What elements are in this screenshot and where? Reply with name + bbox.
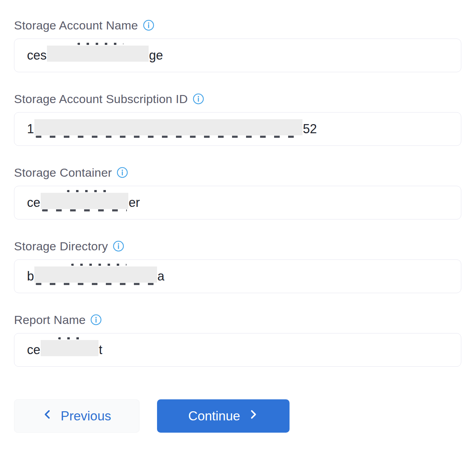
info-icon[interactable]: [112, 240, 125, 252]
continue-button[interactable]: Continue: [157, 399, 290, 433]
input-value-suffix: 52: [303, 122, 317, 136]
field-storage-account-name: Storage Account Name cesge: [14, 18, 462, 72]
field-label-row: Storage Container: [14, 165, 462, 180]
chevron-left-icon: [42, 408, 53, 424]
field-label: Storage Directory: [14, 239, 108, 253]
input-value-suffix: ge: [149, 48, 163, 63]
previous-button-label: Previous: [61, 409, 111, 424]
redaction-bar: [34, 119, 302, 135]
redaction-bar: [47, 46, 149, 62]
input-value-prefix: 1: [27, 122, 34, 136]
field-storage-container: Storage Container ceer: [14, 165, 462, 219]
input-value-prefix: ce: [27, 195, 40, 210]
field-report-name: Report Name cet: [14, 313, 462, 367]
info-icon[interactable]: [192, 93, 205, 105]
report-name-input[interactable]: cet: [14, 333, 461, 367]
redaction-bar: [41, 193, 128, 209]
storage-directory-input[interactable]: ba: [14, 259, 461, 293]
chevron-right-icon: [248, 408, 258, 424]
field-label: Report Name: [14, 313, 86, 327]
field-storage-account-subscription-id: Storage Account Subscription ID 152: [14, 92, 462, 146]
input-value-suffix: t: [99, 343, 102, 357]
field-label-row: Report Name: [14, 313, 462, 327]
field-label: Storage Account Name: [14, 18, 138, 32]
input-value-suffix: er: [129, 195, 140, 210]
storage-account-subscription-id-input[interactable]: 152: [14, 112, 461, 146]
field-label-row: Storage Directory: [14, 239, 462, 253]
input-value-prefix: b: [27, 269, 34, 284]
info-icon[interactable]: [142, 19, 155, 32]
info-icon[interactable]: [116, 166, 129, 179]
field-label-row: Storage Account Name: [14, 18, 462, 32]
info-icon[interactable]: [90, 313, 102, 326]
redaction-bar: [34, 266, 157, 283]
input-value-suffix: a: [157, 269, 164, 284]
form-navigation-buttons: Previous Continue: [14, 399, 462, 433]
input-value-prefix: ce: [27, 343, 40, 357]
previous-button[interactable]: Previous: [14, 399, 140, 433]
input-value-prefix: ces: [27, 48, 47, 63]
field-label: Storage Container: [14, 165, 112, 180]
field-label-row: Storage Account Subscription ID: [14, 92, 462, 106]
field-label: Storage Account Subscription ID: [14, 92, 188, 106]
storage-account-name-input[interactable]: cesge: [14, 39, 461, 72]
continue-button-label: Continue: [188, 409, 240, 424]
redaction-bar: [41, 340, 98, 356]
storage-settings-form: Storage Account Name cesge Storage Accou…: [0, 0, 476, 460]
storage-container-input[interactable]: ceer: [14, 186, 461, 219]
field-storage-directory: Storage Directory ba: [14, 239, 462, 293]
